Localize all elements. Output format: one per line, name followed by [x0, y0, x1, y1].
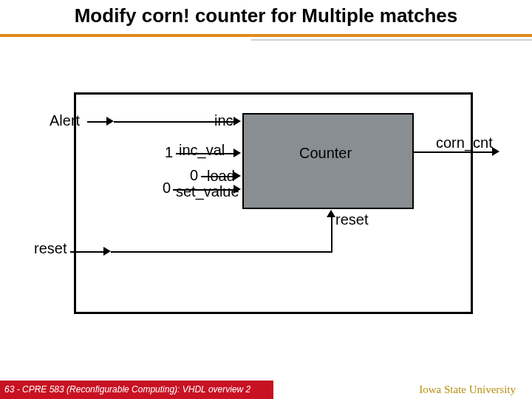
reset-internal-horizontal [111, 251, 332, 253]
corn-cnt-arrowhead [492, 147, 499, 156]
signal-inc-val-const: 1 [165, 144, 173, 161]
signal-reset-internal-label: reset [335, 211, 368, 228]
reset-joint [111, 251, 112, 253]
signal-inc-val-label: inc_val [179, 142, 225, 159]
title-rule-orange [0, 34, 532, 37]
signal-inc-label: inc [214, 112, 233, 129]
signal-load-const: 0 [190, 167, 198, 184]
signal-reset-external-label: reset [34, 240, 66, 257]
signal-load-label: load [207, 168, 235, 185]
footer-right: Iowa State University [419, 383, 516, 396]
reset-external-wire [70, 251, 107, 253]
signal-set-value-const: 0 [163, 180, 171, 197]
reset-vertical-wire [331, 216, 332, 252]
alert-arrowhead [106, 117, 114, 126]
reset-arrowhead-up [327, 210, 335, 217]
counter-block-label: Counter [299, 145, 352, 162]
reset-external-arrowhead [103, 247, 111, 256]
footer-left: 63 - CPRE 583 (Reconfigurable Computing)… [0, 381, 273, 399]
signal-alert-label: Alert [50, 112, 80, 129]
signal-corn-cnt-label: corn_cnt [436, 134, 493, 151]
inc-val-arrowhead [233, 149, 241, 157]
slide-title: Modify corn! counter for Multiple matche… [0, 4, 532, 27]
signal-set-value-label: set_value [176, 183, 239, 200]
corn-cnt-wire [414, 151, 495, 153]
alert-to-inc-arrowhead [233, 117, 241, 126]
title-rule-gray [251, 39, 532, 41]
